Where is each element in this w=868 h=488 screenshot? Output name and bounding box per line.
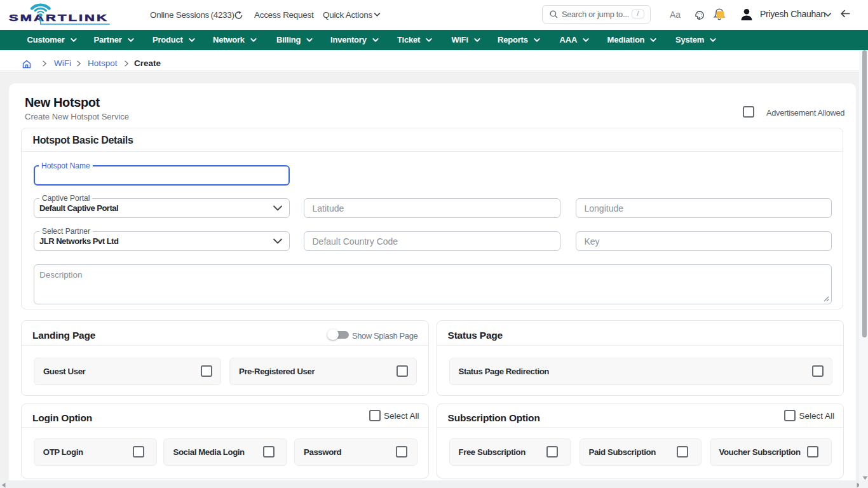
svg-text:SMARTLINK: SMARTLINK	[9, 13, 109, 23]
